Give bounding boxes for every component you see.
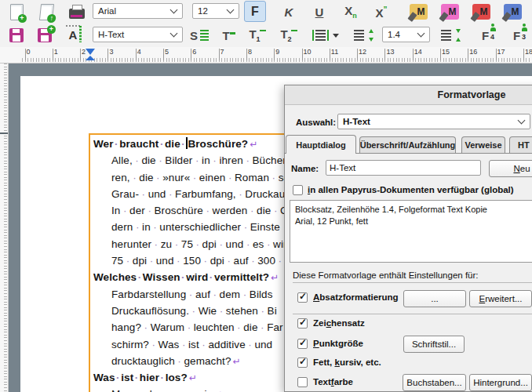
line-spacing-increase-button[interactable] [351, 25, 373, 45]
print-button[interactable] [67, 2, 87, 22]
marker-blue-button[interactable]: M [502, 2, 523, 22]
indent-marker-top [86, 49, 95, 55]
line-spacing-value: 1.4 [388, 30, 415, 39]
font-size-select[interactable]: 12 [192, 3, 239, 19]
style-catalog-button[interactable]: S [189, 25, 210, 45]
chevron-down-icon [518, 117, 526, 125]
absatzformatierung-label: Absatzformatierung [313, 292, 399, 302]
chevron-down-icon [227, 6, 235, 14]
indent-marker-bottom [86, 56, 95, 60]
horizontal-ruler[interactable]: 0123456789101112131415161718 [0, 47, 532, 64]
checkbox-global[interactable] [293, 185, 303, 195]
name-input[interactable] [326, 160, 481, 176]
global-checkbox-label: in allen Papyrus-Dokumenten verfügbar (g… [308, 185, 514, 194]
format-f4-button[interactable]: F 4 [479, 25, 499, 45]
ruler-tick: 0 [25, 49, 26, 60]
paragraph-mark: ↵ [248, 139, 257, 150]
erweitert-button[interactable]: Erweitert... [469, 290, 532, 307]
vertical-ruler[interactable] [0, 64, 9, 392]
ruler-tick: 8 [246, 49, 247, 60]
paragraph-style-select[interactable]: H-Text [93, 27, 183, 42]
f4-style-icon: F [482, 30, 489, 42]
font-family-select[interactable]: Arial [93, 3, 183, 19]
dialog-titlebar[interactable]: Formatvorlage [285, 85, 532, 105]
chevron-down-icon [170, 30, 178, 38]
text-style-button[interactable]: T [219, 25, 239, 45]
ruler-tick: 6 [191, 49, 191, 60]
highlighter-yellow-icon: M [410, 4, 428, 20]
checkbox-zeichensatz[interactable] [297, 318, 308, 328]
line-spacing-icon [354, 30, 364, 41]
new-document-button[interactable]: + [6, 2, 27, 22]
paragraph-mark: ↵ [269, 272, 279, 283]
tab-hauptdialog[interactable]: Hauptdialog [286, 135, 356, 154]
paragraph-mark: ↵ [213, 389, 222, 392]
ruler-tick: 13 [384, 49, 385, 60]
hintergrund-button[interactable]: Hintergrund... [469, 374, 532, 391]
line-spacing-select[interactable]: 1.4 [382, 27, 430, 42]
ruler-tick: 11 [330, 49, 330, 60]
marker-pink-button[interactable]: M [439, 2, 460, 22]
tab-verweise[interactable]: Verweise [461, 136, 505, 153]
character-ruler-icon: A [67, 27, 82, 43]
tab-ueberschrift-aufzaehlung[interactable]: Überschrift/Aufzählung [359, 136, 456, 153]
summary-line: Blocksatz, Zeilenhöhe 1.4, Folgeformat T… [295, 204, 532, 216]
checkbox-fett-kursiv[interactable] [297, 358, 308, 368]
subscript-button[interactable]: Xn [341, 2, 361, 22]
italic-icon: K [285, 6, 293, 18]
save-as-button[interactable]: + [35, 25, 55, 45]
marker-red-button[interactable]: M [471, 2, 491, 22]
italic-button[interactable]: K [279, 2, 299, 22]
save-button[interactable] [6, 25, 27, 45]
toolbar-main: + ↑ Arial 12 F K U Xn X” [0, 0, 532, 24]
bold-button[interactable]: F [244, 1, 266, 22]
ruler-minor-ticks [4, 64, 7, 392]
app-window: + ↑ Arial 12 F K U Xn X” [0, 0, 532, 392]
ruler-tick: 1 [53, 49, 53, 60]
textfarbe-label: Textfarbe [313, 377, 353, 387]
superscript-button[interactable]: X” [371, 2, 392, 22]
ruler-tick: 15 [440, 49, 441, 60]
marker-yellow-button[interactable]: M [408, 2, 428, 22]
text-measure-button[interactable]: A [64, 25, 85, 45]
new-document-icon: + [10, 4, 24, 20]
punktgroesse-label: Punktgröße [313, 339, 363, 348]
printer-icon [69, 9, 85, 19]
absatz-options-button[interactable]: ... [403, 290, 466, 307]
ruler-tick: 12 [357, 49, 358, 60]
ruler-tick: 9 [274, 49, 275, 60]
heading1-style-button[interactable]: T1 [248, 25, 268, 45]
schriftstil-button[interactable]: Schriftstil... [403, 336, 465, 353]
heading2-style-button[interactable]: T2 [279, 25, 300, 45]
style-lines-icon: S [190, 30, 198, 42]
f3-person-icon: 3 [520, 30, 527, 41]
checkbox-punktgroesse[interactable] [297, 339, 308, 349]
open-document-button[interactable]: ↑ [36, 2, 56, 22]
superscript-icon: X” [375, 5, 387, 19]
checkbox-textfarbe[interactable] [297, 377, 308, 387]
dialog-title: Formatvorlage [438, 89, 506, 100]
f4-person-icon: 4 [489, 30, 496, 41]
dialog-tabs: Hauptdialog Überschrift/Aufzählung Verwe… [285, 135, 532, 154]
underline-icon: U [315, 6, 324, 18]
paragraph-spacing-button[interactable] [438, 25, 461, 45]
divider [293, 282, 532, 283]
t2-style-icon: T2 [280, 28, 298, 43]
format-f3-button[interactable]: F 3 [510, 25, 530, 45]
auswahl-select[interactable]: H-Text [337, 114, 530, 129]
indent-marker[interactable] [86, 49, 96, 60]
neu-button[interactable]: Neu [489, 160, 532, 177]
highlighter-red-icon: M [472, 4, 490, 20]
underline-button[interactable]: U [309, 2, 330, 22]
alignment-menu-button[interactable] [311, 25, 341, 45]
paragraph-style-value: H-Text [98, 30, 168, 39]
buchstaben-button[interactable]: Buchstaben... [403, 374, 466, 391]
ruler-tick: 2 [80, 49, 81, 60]
ruler-tick: 14 [413, 49, 414, 60]
section-label: Diese Formatvorlage enthält Einstellunge… [293, 270, 479, 280]
checkbox-absatzformatierung[interactable] [297, 292, 308, 303]
ruler-tick: 3 [107, 49, 108, 60]
save-icon [9, 28, 24, 42]
ruler-tick: 5 [163, 49, 164, 60]
tab-html[interactable]: HT [509, 136, 532, 153]
